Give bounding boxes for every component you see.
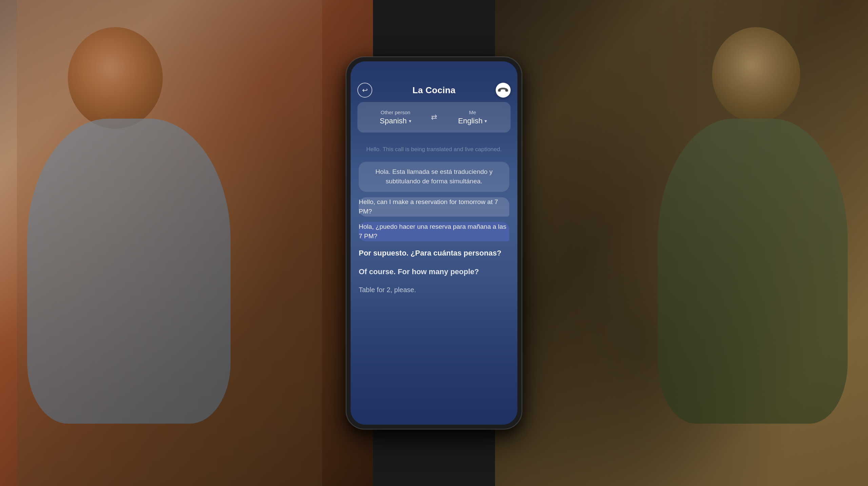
partial-message-text: Table for 2, please.	[359, 286, 416, 293]
partial-message: Table for 2, please.	[359, 284, 509, 296]
current-message-english-text: Of course. For how many people?	[359, 267, 479, 276]
current-message-spanish: Por supuesto. ¿Para cuántas personas?	[359, 247, 509, 260]
swap-languages-icon[interactable]: ⇄	[431, 113, 437, 122]
phone-screen: ↩ La Cocina 📞 Other person Spanish ▾ ⇄	[351, 61, 517, 425]
message-3: Hola, ¿puedo hacer una reserva para maña…	[359, 222, 509, 241]
background-left	[0, 0, 373, 486]
current-message-english: Of course. For how many people?	[359, 265, 509, 279]
me-language-chevron: ▾	[485, 118, 487, 124]
me-language-name: English	[458, 117, 482, 125]
phone-device-wrapper: ↩ La Cocina 📞 Other person Spanish ▾ ⇄	[342, 0, 526, 486]
system-notice: Hello. This call is being translated and…	[359, 143, 509, 156]
other-person-label: Other person	[381, 109, 411, 115]
message-1: Hola. Esta llamada se está traduciendo y…	[359, 162, 509, 192]
end-call-button[interactable]: 📞	[496, 83, 511, 98]
me-language-select[interactable]: English ▾	[458, 117, 487, 125]
other-language-select[interactable]: Spanish ▾	[380, 117, 411, 125]
me-label: Me	[469, 109, 476, 115]
message-2-text: Hello, can I make a reservation for tomo…	[359, 198, 498, 215]
language-selector: Other person Spanish ▾ ⇄ Me English ▾	[357, 102, 511, 133]
me-language-group: Me English ▾	[446, 109, 500, 125]
other-person-language-group: Other person Spanish ▾	[368, 109, 422, 125]
background-right	[495, 0, 868, 486]
other-language-name: Spanish	[380, 117, 407, 125]
message-1-text: Hola. Esta llamada se está traduciendo y…	[375, 168, 492, 185]
message-3-text: Hola, ¿puedo hacer una reserva para maña…	[359, 223, 506, 240]
back-button[interactable]: ↩	[357, 83, 372, 98]
message-2: Hello, can I make a reservation for tomo…	[359, 197, 509, 217]
current-message-spanish-text: Por supuesto. ¿Para cuántas personas?	[359, 249, 501, 257]
end-call-icon: 📞	[497, 84, 509, 96]
system-notice-text: Hello. This call is being translated and…	[366, 146, 501, 153]
back-icon: ↩	[362, 87, 368, 94]
phone-device: ↩ La Cocina 📞 Other person Spanish ▾ ⇄	[346, 57, 522, 429]
app-title: La Cocina	[413, 85, 456, 96]
chat-area: Hello. This call is being translated and…	[351, 136, 517, 425]
other-language-chevron: ▾	[409, 118, 411, 124]
